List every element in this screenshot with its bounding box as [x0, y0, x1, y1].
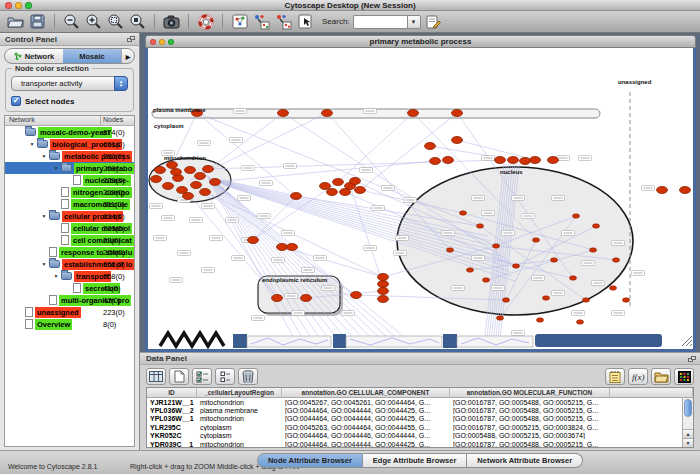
zoom-selected-button[interactable]: [106, 12, 125, 31]
tab-network[interactable]: Network: [5, 49, 63, 63]
graph-node[interactable]: [185, 167, 196, 174]
close-button[interactable]: [5, 2, 12, 9]
network-canvas[interactable]: plasma membrane cytoplasm mitochondrion …: [145, 48, 696, 352]
tree-row-multi-organism-pro[interactable]: multi-organism pro42(0): [5, 294, 134, 306]
tree-row-metabolic-process[interactable]: ▼metabolic process280(0): [5, 150, 134, 162]
attribute-table-button[interactable]: [146, 368, 166, 385]
graph-node[interactable]: [452, 137, 463, 144]
graph-node[interactable]: [430, 158, 441, 165]
graph-node[interactable]: [477, 224, 484, 228]
graph-node[interactable]: [460, 211, 467, 215]
graph-node[interactable]: [623, 298, 630, 302]
minimize-button[interactable]: [15, 2, 22, 9]
select-nodes-checkbox[interactable]: ✓: [11, 96, 21, 106]
graph-node[interactable]: [680, 187, 691, 194]
new-attribute-button[interactable]: [169, 368, 189, 385]
tree-row-primary-metabo[interactable]: ▼primary metabo209(...: [5, 162, 134, 174]
expand-triangle-icon[interactable]: ▼: [51, 273, 61, 279]
graph-node[interactable]: [483, 278, 490, 282]
tab-network-attribute-browser[interactable]: Network Attribute Browser: [467, 453, 583, 468]
filter-button[interactable]: [274, 12, 293, 31]
tree-row-nucleobase-[interactable]: nucleobase-209(0): [5, 174, 134, 186]
expand-triangle-icon[interactable]: ▼: [39, 261, 49, 267]
graph-node[interactable]: [203, 166, 214, 173]
table-row[interactable]: YJR121W__1mitochondrion[GO:0045267, GO:0…: [147, 398, 693, 406]
graph-node[interactable]: [351, 292, 362, 299]
zoom-in-button[interactable]: [84, 12, 103, 31]
graph-node[interactable]: [191, 182, 202, 189]
graph-node[interactable]: [408, 110, 419, 117]
graph-node[interactable]: [320, 183, 331, 190]
graph-node[interactable]: [573, 214, 580, 218]
help-button[interactable]: [196, 12, 215, 31]
float-panel-icon[interactable]: [127, 36, 135, 43]
graph-node[interactable]: [447, 248, 454, 252]
tree-row-macromolecule[interactable]: macromolecule311(0): [5, 198, 134, 210]
graph-node[interactable]: [520, 158, 531, 165]
tree-row-biological-process[interactable]: ▼biological_process651(0): [5, 138, 134, 150]
network-view-button[interactable]: [230, 12, 249, 31]
column-header[interactable]: annotation.GO CELLULAR_COMPONENT: [282, 388, 450, 397]
graph-node[interactable]: [322, 110, 333, 117]
graph-node[interactable]: [378, 288, 389, 295]
network-view-window[interactable]: primary metabolic process plasma membran…: [145, 35, 696, 352]
expand-triangle-icon[interactable]: ▼: [39, 153, 49, 159]
graph-node[interactable]: [333, 179, 344, 186]
graph-node[interactable]: [493, 244, 500, 248]
snapshot-button[interactable]: [162, 12, 181, 31]
column-header[interactable]: _cellularLayoutRegion: [197, 388, 282, 397]
graph-node[interactable]: [508, 157, 519, 164]
tab-node-attribute-browser[interactable]: Node Attribute Browser: [257, 453, 363, 468]
network-window-titlebar[interactable]: primary metabolic process: [145, 35, 696, 48]
graph-node[interactable]: [278, 110, 289, 117]
graph-node[interactable]: [210, 179, 221, 186]
graph-node[interactable]: [151, 176, 162, 183]
graph-node[interactable]: [577, 320, 584, 324]
column-header[interactable]: annotation.GO MOLECULAR_FUNCTION: [450, 388, 610, 397]
graph-node[interactable]: [425, 143, 436, 150]
graph-node[interactable]: [551, 258, 558, 262]
close-view-button[interactable]: [150, 39, 156, 45]
graph-node[interactable]: [610, 286, 617, 290]
zoom-out-button[interactable]: [62, 12, 81, 31]
graph-node[interactable]: [183, 193, 194, 200]
tree-row-transport[interactable]: ▼transport558(0): [5, 270, 134, 282]
graph-node[interactable]: [452, 110, 463, 117]
tree-row-response-to-stimulu[interactable]: response to stimulu264(0): [5, 246, 134, 258]
minimize-view-button[interactable]: [159, 39, 165, 45]
expand-triangle-icon[interactable]: ▼: [51, 165, 61, 171]
import-attributes-button[interactable]: [651, 368, 671, 385]
graph-node[interactable]: [277, 244, 288, 251]
graph-node[interactable]: [537, 318, 544, 322]
scrollbar-thumb[interactable]: [684, 399, 692, 417]
select-mode-button[interactable]: [296, 12, 315, 31]
graph-node[interactable]: [543, 296, 550, 300]
column-header[interactable]: ID: [147, 388, 197, 397]
graph-node[interactable]: [533, 238, 540, 242]
graph-node[interactable]: [513, 264, 520, 268]
graph-node[interactable]: [287, 244, 298, 251]
formula-button[interactable]: f(x): [628, 368, 648, 385]
search-input[interactable]: [353, 15, 407, 29]
graph-node[interactable]: [301, 295, 312, 302]
vizmapper-button[interactable]: [252, 12, 271, 31]
graph-node[interactable]: [195, 173, 206, 180]
table-scrollbar[interactable]: ▲ ▼: [682, 398, 693, 447]
network-graph[interactable]: [148, 48, 693, 349]
table-row[interactable]: YPL036W__1mitochondrion[GO:0044464, GO:0…: [147, 415, 693, 423]
graph-node[interactable]: [155, 167, 166, 174]
graph-node[interactable]: [378, 296, 389, 303]
graph-node[interactable]: [590, 248, 597, 252]
table-row[interactable]: YKR052Ccytoplasm[GO:0044464, GO:0044446,…: [147, 432, 693, 440]
tab-mosaic[interactable]: Mosaic: [63, 49, 121, 63]
expand-triangle-icon[interactable]: ▼: [27, 141, 37, 147]
annotate-button[interactable]: [424, 12, 443, 31]
tree-row-cellular-process[interactable]: ▼cellular process614(0): [5, 210, 134, 222]
scroll-up-button[interactable]: ▲: [683, 429, 693, 438]
save-session-button[interactable]: [28, 12, 47, 31]
graph-node[interactable]: [167, 162, 178, 169]
select-attributes-button[interactable]: [192, 368, 212, 385]
graph-node[interactable]: [583, 298, 590, 302]
table-row[interactable]: YDR039C__1mitochondrion[GO:0044464, GO:0…: [147, 440, 693, 448]
float-panel-icon[interactable]: [688, 356, 696, 363]
